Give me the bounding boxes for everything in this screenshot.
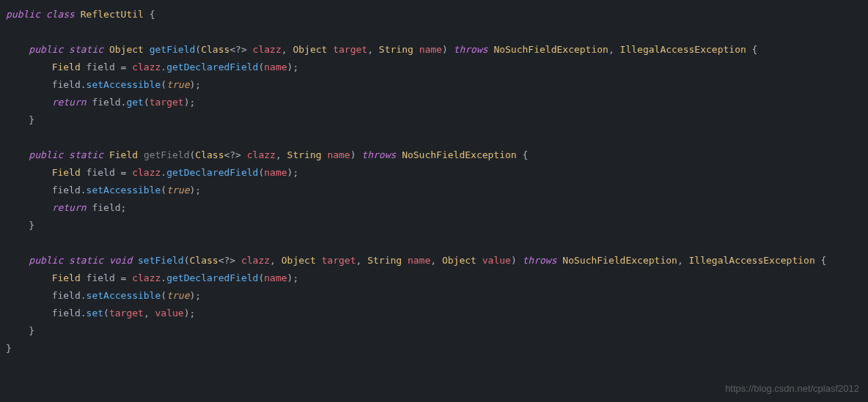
code-editor[interactable]: public class ReflectUtil { public static… bbox=[0, 6, 868, 357]
keyword-return: return bbox=[52, 97, 87, 108]
code-line: public static Field getField(Class<?> cl… bbox=[0, 146, 868, 164]
exception-type: NoSuchFieldException bbox=[402, 149, 517, 160]
var-ref: field bbox=[52, 290, 81, 301]
comma: , bbox=[282, 44, 287, 55]
keyword-throws: throws bbox=[361, 149, 396, 160]
var-name: field bbox=[87, 272, 115, 283]
paren: ( bbox=[161, 185, 166, 196]
keyword-public: public bbox=[29, 149, 63, 160]
comma: , bbox=[144, 308, 150, 319]
method-call: setAccessible bbox=[87, 79, 161, 90]
param-name: name bbox=[419, 44, 442, 55]
semi: ; bbox=[195, 185, 201, 196]
code-line: } bbox=[0, 111, 868, 129]
generic: <?> bbox=[218, 255, 235, 266]
param-type: String bbox=[287, 149, 322, 160]
arg: name bbox=[264, 62, 287, 72]
keyword-true: true bbox=[166, 79, 189, 90]
brace: { bbox=[752, 44, 758, 55]
method-name: setField bbox=[138, 255, 184, 266]
code-line: } bbox=[0, 217, 868, 234]
paren: ( bbox=[161, 79, 166, 90]
param-type: Object bbox=[442, 255, 477, 266]
code-line: return field.get(target); bbox=[0, 94, 868, 111]
dot: . bbox=[161, 62, 166, 72]
generic: <?> bbox=[229, 44, 246, 55]
var-ref: field bbox=[52, 185, 81, 196]
class-name: ReflectUtil bbox=[81, 9, 144, 20]
var-name: field bbox=[87, 167, 115, 178]
comma: , bbox=[430, 255, 436, 266]
return-type: Field bbox=[109, 149, 138, 160]
paren: ( bbox=[184, 255, 190, 266]
keyword-class: class bbox=[46, 9, 75, 20]
code-line: Field field = clazz.getDeclaredField(nam… bbox=[0, 59, 868, 76]
code-line: field.setAccessible(true); bbox=[0, 76, 868, 94]
comma: , bbox=[608, 44, 614, 55]
param-type: Object bbox=[293, 44, 327, 55]
method-call: getDeclaredField bbox=[166, 167, 258, 178]
param-type: String bbox=[367, 255, 402, 266]
eq: = bbox=[121, 62, 127, 72]
keyword-public: public bbox=[29, 44, 63, 55]
code-line: field.setAccessible(true); bbox=[0, 287, 868, 305]
paren: ( bbox=[103, 308, 109, 319]
exception-type: NoSuchFieldException bbox=[562, 255, 677, 266]
paren: ) bbox=[184, 308, 190, 319]
code-line: } bbox=[0, 322, 868, 340]
keyword-public: public bbox=[29, 255, 63, 266]
paren: ( bbox=[195, 44, 201, 55]
code-line: } bbox=[0, 340, 868, 357]
semi: ; bbox=[293, 272, 298, 283]
keyword-static: static bbox=[69, 44, 103, 55]
watermark: https://blog.csdn.net/cplasf2012 bbox=[725, 380, 859, 398]
code-line: public static Object getField(Class<?> c… bbox=[0, 41, 868, 59]
exception-type: NoSuchFieldException bbox=[493, 44, 608, 55]
keyword-return: return bbox=[52, 202, 87, 213]
param-name: name bbox=[408, 255, 430, 266]
code-line: return field; bbox=[0, 199, 868, 217]
eq: = bbox=[121, 167, 127, 178]
brace: { bbox=[821, 255, 827, 266]
keyword-public: public bbox=[6, 9, 40, 20]
method-call: set bbox=[87, 308, 103, 319]
var-ref: clazz bbox=[132, 167, 161, 178]
param-name: clazz bbox=[241, 255, 270, 266]
var-type: Field bbox=[52, 62, 81, 72]
paren: ( bbox=[161, 290, 166, 301]
code-line bbox=[0, 23, 868, 41]
method-call: getDeclaredField bbox=[166, 62, 258, 72]
semi: ; bbox=[195, 290, 201, 301]
param-name: value bbox=[482, 255, 511, 266]
exception-type: IllegalAccessException bbox=[689, 255, 815, 266]
code-line bbox=[0, 234, 868, 252]
param-type: String bbox=[379, 44, 413, 55]
semi: ; bbox=[121, 202, 127, 213]
arg: name bbox=[264, 272, 287, 283]
var-ref: field bbox=[92, 202, 120, 213]
dot: . bbox=[81, 79, 87, 90]
exception-type: IllegalAccessException bbox=[620, 44, 746, 55]
var-type: Field bbox=[52, 167, 81, 178]
dot: . bbox=[81, 290, 87, 301]
paren: ( bbox=[144, 97, 150, 108]
comma: , bbox=[356, 255, 362, 266]
param-name: target bbox=[322, 255, 356, 266]
param-name: target bbox=[333, 44, 367, 55]
brace: { bbox=[523, 149, 529, 160]
return-type: Object bbox=[109, 44, 144, 55]
paren: ) bbox=[184, 97, 190, 108]
keyword-true: true bbox=[166, 185, 189, 196]
keyword-throws: throws bbox=[523, 255, 557, 266]
brace: { bbox=[150, 9, 155, 20]
method-name: getField bbox=[150, 44, 196, 55]
paren: ) bbox=[511, 255, 517, 266]
comma: , bbox=[677, 255, 683, 266]
var-type: Field bbox=[52, 272, 81, 283]
keyword-static: static bbox=[69, 149, 103, 160]
code-line: public class ReflectUtil { bbox=[0, 6, 868, 23]
code-line: field.setAccessible(true); bbox=[0, 182, 868, 199]
arg: target bbox=[109, 308, 144, 319]
dot: . bbox=[161, 272, 166, 283]
semi: ; bbox=[190, 308, 196, 319]
